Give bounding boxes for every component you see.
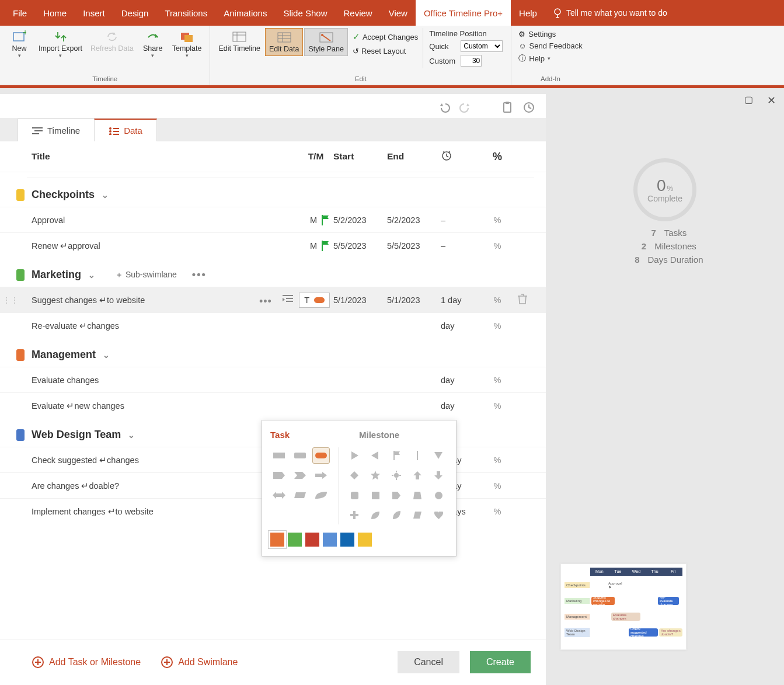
chevron-down-icon[interactable]: ⌄ [102,190,109,200]
shape-rounded-bar[interactable] [291,447,309,464]
row-tm[interactable]: T [298,293,333,308]
swimlane-header[interactable]: Marketing⌄＋ Sub-swimlane••• [0,258,546,287]
ribbon-tab-transitions[interactable]: Transitions [156,0,215,26]
row-start[interactable]: 5/5/2023 [333,241,387,251]
row-title[interactable]: Check suggested ↵changes [32,455,298,465]
chevron-down-icon[interactable]: ⌄ [88,270,95,280]
data-row[interactable]: Re-evaluate ↵changes day% [0,312,546,338]
edit-timeline-button[interactable]: Edit Timeline [215,28,264,55]
quick-position-select[interactable]: Custom [461,40,503,52]
clipboard-button[interactable] [501,101,513,116]
ms-burst[interactable] [388,467,405,484]
ribbon-tab-help[interactable]: Help [511,0,545,26]
edit-data-button[interactable]: Edit Data [265,28,303,56]
row-percent[interactable]: % [484,401,511,411]
row-tm[interactable]: M [298,241,333,251]
row-end[interactable]: 5/5/2023 [387,241,441,251]
add-task-milestone-button[interactable]: Add Task or Milestone [32,656,141,669]
add-sub-swimlane[interactable]: ＋ Sub-swimlane [115,270,177,280]
chevron-down-icon[interactable]: ⌄ [103,350,110,360]
share-button[interactable]: Share▾ [138,28,168,61]
ribbon-tab-review[interactable]: Review [335,0,380,26]
data-row[interactable]: ⋮⋮•••Suggest changes ↵to websiteT5/1/202… [0,287,546,312]
ms-diamond[interactable] [346,467,363,484]
new-button[interactable]: + New▾ [5,28,34,61]
row-percent[interactable]: % [484,375,511,385]
ribbon-tab-home[interactable]: Home [35,0,75,26]
ms-square-round[interactable] [346,487,363,503]
create-button[interactable]: Create [470,651,531,673]
row-percent[interactable]: % [484,241,511,251]
custom-position-input[interactable] [461,55,482,67]
ms-flag[interactable] [388,447,405,464]
popover-tab-task[interactable]: Task [270,427,359,442]
row-start[interactable]: 5/1/2023 [333,295,387,305]
data-row[interactable]: Evaluate ↵new changes day% [0,392,546,418]
row-percent[interactable]: % [484,455,511,465]
swimlane-header[interactable]: Management⌄ [0,338,546,367]
row-percent[interactable]: % [484,295,511,305]
cancel-button[interactable]: Cancel [398,651,459,673]
row-menu[interactable]: ••• [259,295,272,308]
row-end[interactable]: 5/2/2023 [387,215,441,225]
refresh-data-button[interactable]: Refresh Data [87,28,137,61]
template-button[interactable]: Template▾ [169,28,205,61]
row-start[interactable]: 5/2/2023 [333,215,387,225]
ms-square[interactable] [367,487,384,503]
shape-pill[interactable] [312,447,330,464]
data-row[interactable]: Renew ↵approvalM 5/5/20235/5/2023–% [0,232,546,258]
shape-para[interactable] [291,487,309,503]
color-swatch[interactable] [323,533,337,547]
ms-arrow-down[interactable] [430,467,447,484]
import-export-button[interactable]: Import Export▾ [35,28,86,61]
accept-changes-button[interactable]: ✓Accept Changes [353,30,418,43]
row-title[interactable]: Evaluate changes [32,375,298,385]
color-swatch[interactable] [305,533,319,547]
row-title[interactable]: Re-evaluate ↵changes [32,321,298,331]
help-button[interactable]: ⓘHelp▾ [518,53,582,64]
send-feedback-button[interactable]: ☺Send Feedback [518,41,582,51]
row-tm[interactable]: M [298,215,333,225]
swimlane-header[interactable]: Checkpoints⌄ [0,178,546,207]
history-button[interactable] [522,101,535,116]
indent-icon[interactable] [283,294,293,305]
color-swatch[interactable] [340,533,354,547]
popover-tab-milestone[interactable]: Milestone [359,427,448,442]
ms-pin[interactable] [409,447,426,464]
row-delete[interactable] [511,293,534,307]
ms-heart[interactable] [430,507,447,523]
ribbon-tab-insert[interactable]: Insert [75,0,113,26]
close-button[interactable]: ✕ [767,94,776,107]
ms-triangle-down[interactable] [430,447,447,464]
row-title[interactable]: Suggest changes ↵to website [32,295,298,305]
tab-data[interactable]: Data [94,119,157,141]
tm-type-selector[interactable]: T [299,293,330,308]
ribbon-tab-file[interactable]: File [5,0,35,26]
shape-arrow-right[interactable] [312,467,330,484]
ribbon-tab-slide-show[interactable]: Slide Show [275,0,335,26]
ms-star[interactable] [367,467,384,484]
ms-play-left[interactable] [367,447,384,464]
shape-arrow-both[interactable] [270,487,288,503]
row-title[interactable]: Approval [32,215,298,225]
row-percent[interactable]: % [484,507,511,516]
row-percent[interactable]: % [484,481,511,491]
shape-chevron[interactable] [270,467,288,484]
drag-handle[interactable]: ⋮⋮ [2,295,19,305]
ms-plus[interactable] [346,507,363,523]
duration-column-icon[interactable] [441,149,484,164]
ribbon-tab-office-timeline-pro-[interactable]: Office Timeline Pro+ [416,0,511,26]
ms-play[interactable] [346,447,363,464]
maximize-button[interactable]: ▢ [744,94,753,107]
shape-leaf[interactable] [312,487,330,503]
row-title[interactable]: Renew ↵approval [32,241,298,251]
shape-bar[interactable] [270,447,288,464]
ms-leaf2[interactable] [367,507,384,523]
ms-arrow-up[interactable] [409,467,426,484]
settings-button[interactable]: ⚙Settings [518,29,582,39]
color-swatch[interactable] [288,533,302,547]
row-title[interactable]: Evaluate ↵new changes [32,401,298,411]
ribbon-tab-view[interactable]: View [381,0,416,26]
ribbon-tab-design[interactable]: Design [113,0,157,26]
shape-chevron2[interactable] [291,467,309,484]
